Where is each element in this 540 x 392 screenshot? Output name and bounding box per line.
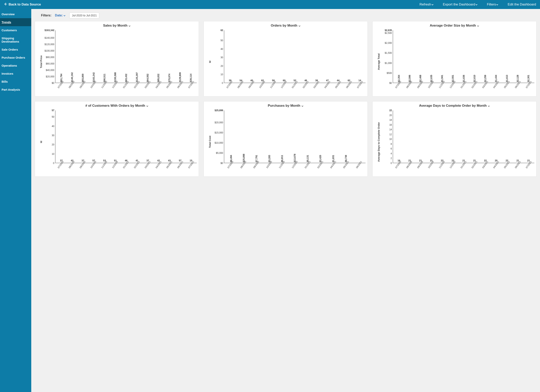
chart-title[interactable]: Orders by Month — [206, 24, 365, 28]
sidebar-item-purchase-orders[interactable]: Purchase Orders — [0, 54, 31, 61]
x-axis: 07/202008/202009/202010/202011/202012/20… — [393, 83, 534, 94]
chart-title[interactable]: # of Customers With Orders by Month — [37, 104, 197, 108]
x-tick: 01/2021 — [125, 164, 134, 170]
sidebar-item-trends[interactable]: Trends — [0, 18, 31, 26]
y-tick: $20,000 — [215, 121, 223, 124]
x-tick: 03/2021 — [146, 164, 155, 170]
sidebar-item-bills[interactable]: Bills — [0, 78, 31, 85]
chart-title-label: Sales by Month — [103, 24, 128, 27]
x-tick: 01/2021 — [462, 84, 471, 90]
x-tick: 10/2020 — [92, 84, 101, 90]
chart-title[interactable]: Purchases by Month — [206, 104, 365, 108]
y-tick: $15,000 — [215, 131, 223, 134]
topbar-action-edit-the-dashboard[interactable]: Edit the Dashboard — [508, 3, 536, 6]
x-tick: 07/2020 — [397, 84, 406, 90]
x-tick: 10/2020 — [268, 164, 277, 170]
topbar: Back to Data Source RefreshExport the Da… — [0, 0, 540, 9]
y-tick: 18 — [389, 119, 392, 121]
filters-label: Filters: — [41, 14, 51, 17]
x-tick: 11/2020 — [440, 84, 449, 90]
bar[interactable]: $155,588 — [110, 72, 121, 83]
sidebar: OverviewTrendsCustomersShipping Destinat… — [0, 9, 31, 392]
bar[interactable]: $5,131 — [301, 155, 314, 163]
y-tick: 20 — [52, 143, 54, 146]
x-tick: 03/2021 — [315, 84, 324, 90]
bar[interactable]: $1,831 — [327, 155, 340, 163]
filter-date-range[interactable]: Jul-2020 to Jul-2021 — [69, 13, 99, 18]
y-tick: 30 — [220, 56, 223, 59]
x-tick: 10/2020 — [92, 164, 101, 170]
y-axis-label: Average Total — [377, 30, 380, 94]
x-tick: 05/2021 — [506, 84, 515, 90]
chart-title-label: Average Days to Complete Order by Month — [419, 104, 487, 107]
topbar-action-filters[interactable]: Filters — [487, 3, 498, 6]
back-to-data-source[interactable]: Back to Data Source — [4, 3, 41, 7]
filter-date[interactable]: Date: — [55, 14, 65, 17]
y-tick: 30 — [52, 134, 54, 137]
topbar-action-refresh[interactable]: Refresh — [420, 3, 434, 6]
y-tick: 20 — [220, 65, 223, 67]
x-tick: 12/2020 — [294, 164, 302, 170]
chart-body: Average Days to Complete Order0246810121… — [375, 110, 534, 174]
bar[interactable]: $83,432 — [121, 74, 131, 83]
chart-body: Total Cost$0$5,000$10,000$15,000$20,000$… — [206, 110, 365, 174]
bar[interactable]: $8,739 — [340, 155, 352, 163]
y-tick: $60,000 — [46, 62, 54, 65]
bar[interactable]: $64,552 — [142, 74, 153, 83]
sidebar-item-customers[interactable]: Customers — [0, 26, 31, 34]
topbar-action-export-the-dashboard[interactable]: Export the Dashboard — [443, 3, 477, 6]
x-tick: 07/2021 — [190, 164, 199, 170]
y-tick: 0 — [390, 162, 392, 165]
x-tick: 12/2020 — [114, 84, 123, 90]
sidebar-item-overview[interactable]: Overview — [0, 10, 31, 18]
bar[interactable]: $1,434 — [491, 75, 501, 83]
chart-title[interactable]: Average Order Size by Month — [375, 24, 534, 28]
y-tick: 10 — [220, 73, 223, 76]
x-tick: 02/2021 — [473, 84, 482, 90]
bar[interactable]: $2,301 — [523, 75, 534, 83]
x-tick: 07/2021 — [359, 84, 367, 90]
x-tick: 01/2021 — [294, 84, 302, 90]
sidebar-item-part-analysis[interactable]: Part Analysis — [0, 85, 31, 94]
x-tick: 02/2021 — [135, 84, 144, 90]
x-tick: 04/2021 — [326, 84, 335, 90]
x-tick: 05/2021 — [168, 164, 177, 170]
chart-title[interactable]: Average Days to Complete Order by Month — [375, 104, 534, 108]
bar[interactable]: $1,613 — [501, 75, 512, 83]
bar[interactable]: $2,610 — [469, 75, 480, 83]
bar[interactable]: $13,678 — [289, 154, 301, 163]
sidebar-item-operations[interactable]: Operations — [0, 61, 31, 70]
y-tick: 50 — [220, 39, 223, 42]
chart-title-label: Orders by Month — [271, 24, 297, 27]
x-tick: 06/2021 — [358, 164, 366, 170]
y-tick: $80,000 — [46, 56, 54, 59]
sidebar-item-shipping-destinations[interactable]: Shipping Destinations — [0, 34, 31, 45]
bars: 16212121222221212220222121 — [393, 111, 534, 163]
y-tick: $120,000 — [45, 43, 54, 46]
x-tick: 11/2020 — [440, 164, 449, 170]
y-axis: $0$5,000$10,000$15,000$20,000$25,898 — [211, 110, 224, 174]
chart-title[interactable]: Sales by Month — [37, 24, 197, 28]
sidebar-item-invoices[interactable]: Invoices — [0, 70, 31, 78]
x-tick: 09/2020 — [81, 164, 90, 170]
y-tick: $0 — [52, 82, 54, 84]
chart-card-avg_days_complete: Average Days to Complete Order by MonthA… — [372, 101, 536, 177]
chart-body: Total Price$0$20,000$40,000$60,000$80,00… — [37, 30, 197, 94]
bar[interactable]: $2,128 — [512, 75, 523, 83]
x-tick: 08/2020 — [70, 84, 79, 90]
plot-area: 1621212122222121222022212107/202008/2020… — [393, 111, 534, 163]
y-tick: $2,635 — [385, 29, 392, 32]
sidebar-item-sale-orders[interactable]: Sale Orders — [0, 45, 31, 54]
x-tick: 03/2021 — [146, 84, 155, 90]
chart-card-customers_by_month: # of Customers With Orders by MonthId010… — [35, 101, 199, 177]
x-tick: 10/2020 — [430, 164, 439, 170]
bar[interactable]: $39,114 — [186, 74, 196, 83]
bar[interactable]: $70,974 — [164, 74, 175, 83]
topbar-action-label: Refresh — [420, 3, 431, 6]
arrow-left-icon — [4, 3, 9, 7]
y-tick: 14 — [389, 128, 392, 131]
bar[interactable]: $85,832 — [153, 74, 164, 83]
bar[interactable]: $129,809 — [175, 72, 185, 83]
bar[interactable]: $125,297 — [131, 72, 142, 83]
y-tick: $500 — [387, 72, 392, 75]
